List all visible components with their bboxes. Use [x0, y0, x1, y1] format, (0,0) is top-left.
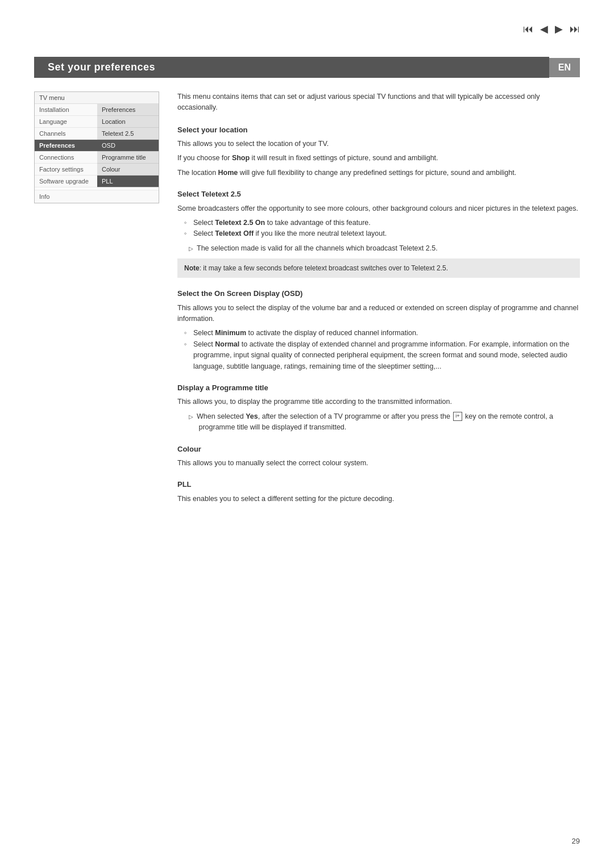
menu-sub-osd[interactable]: OSD [97, 140, 159, 152]
section-title-location: Select your location [177, 124, 580, 136]
menu-row-software: Software upgrade PLL [35, 176, 159, 187]
menu-row-installation: Installation Preferences [35, 104, 159, 116]
menu-sub-location[interactable]: Location [97, 116, 159, 128]
nav-skip-forward-icon[interactable]: ⏭ [570, 23, 580, 35]
page-number: 29 [572, 837, 580, 845]
menu-item-installation[interactable]: Installation [35, 104, 97, 116]
programme-arrow-list: When selected Yes, after the selection o… [177, 411, 580, 433]
teletext-note: Note: it may take a few seconds before t… [177, 258, 580, 278]
section-pll: PLL This enables you to select a differe… [177, 479, 580, 504]
menu-item-connections[interactable]: Connections [35, 152, 97, 164]
section-osd: Select the On Screen Display (OSD) This … [177, 288, 580, 372]
nav-icons: ⏮ ◀ ▶ ⏭ [523, 23, 580, 35]
menu-panel-title: TV menu [35, 92, 159, 104]
menu-sub-programme-title[interactable]: Programme title [97, 152, 159, 164]
osd-bullet-2: Select Normal to activate the display of… [184, 339, 580, 372]
menu-sub-teletext[interactable]: Teletext 2.5 [97, 128, 159, 140]
title-bar: Set your preferences EN [34, 57, 580, 78]
section-teletext: Select Teletext 2.5 Some broadcasters of… [177, 189, 580, 278]
menu-row-preferences: Preferences OSD [35, 140, 159, 152]
colour-body: This allows you to manually select the c… [177, 458, 580, 469]
location-body3: The location Home will give full flexibi… [177, 168, 580, 178]
osd-bullet-1: Select Minimum to activate the display o… [184, 328, 580, 339]
teletext-bullet-2: Select Teletext Off if you like the more… [184, 228, 580, 239]
section-title-programme: Display a Programme title [177, 382, 580, 394]
menu-row-channels: Channels Teletext 2.5 [35, 128, 159, 140]
section-title-osd: Select the On Screen Display (OSD) [177, 288, 580, 299]
menu-sub-colour[interactable]: Colour [97, 164, 159, 176]
content-panel: This menu contains items that can set or… [177, 91, 580, 515]
menu-panel: TV menu Installation Preferences Languag… [34, 91, 159, 203]
menu-info[interactable]: Info [35, 190, 159, 203]
section-location: Select your location This allows you to … [177, 124, 580, 179]
menu-item-preferences[interactable]: Preferences [35, 140, 97, 152]
section-title-colour: Colour [177, 444, 580, 455]
section-title-pll: PLL [177, 479, 580, 490]
teletext-bullet-1: Select Teletext 2.5 On to take advantage… [184, 218, 580, 228]
location-body1: This allows you to select the location o… [177, 139, 580, 149]
nav-skip-back-icon[interactable]: ⏮ [523, 23, 533, 35]
teletext-body: Some broadcasters offer the opportunity … [177, 203, 580, 214]
teletext-arrow-list: The selection made is valid for all the … [177, 243, 580, 254]
osd-body: This allows you to select the display of… [177, 303, 580, 325]
intro-text: This menu contains items that can set or… [177, 91, 580, 113]
programme-body: This allows you, to display the programm… [177, 397, 580, 407]
main-content: TV menu Installation Preferences Languag… [34, 91, 580, 515]
menu-sub-pll[interactable]: PLL [97, 176, 159, 187]
page-title: Set your preferences [34, 57, 549, 78]
menu-row-factory: Factory settings Colour [35, 164, 159, 176]
teletext-arrow-1: The selection made is valid for all the … [189, 243, 580, 254]
menu-item-factory-settings[interactable]: Factory settings [35, 164, 97, 176]
section-colour: Colour This allows you to manually selec… [177, 444, 580, 469]
nav-forward-icon[interactable]: ▶ [555, 23, 563, 35]
location-body2: If you choose for Shop it will result in… [177, 153, 580, 164]
menu-row-connections: Connections Programme title [35, 152, 159, 164]
teletext-bullets: Select Teletext 2.5 On to take advantage… [177, 218, 580, 240]
menu-sub-preferences[interactable]: Preferences [97, 104, 159, 116]
page-container: ⏮ ◀ ▶ ⏭ Set your preferences EN TV menu … [0, 0, 614, 868]
menu-row-language: Language Location [35, 116, 159, 128]
nav-back-icon[interactable]: ◀ [540, 23, 548, 35]
osd-bullets: Select Minimum to activate the display o… [177, 328, 580, 372]
programme-arrow-1: When selected Yes, after the selection o… [189, 411, 580, 433]
menu-item-language[interactable]: Language [35, 116, 97, 128]
pll-body: This enables you to select a different s… [177, 494, 580, 504]
section-programme-title: Display a Programme title This allows yo… [177, 382, 580, 433]
lang-badge: EN [549, 58, 580, 77]
section-title-teletext: Select Teletext 2.5 [177, 189, 580, 200]
iplus-icon: i+ [453, 412, 462, 421]
menu-item-channels[interactable]: Channels [35, 128, 97, 140]
menu-item-software-upgrade[interactable]: Software upgrade [35, 176, 97, 187]
